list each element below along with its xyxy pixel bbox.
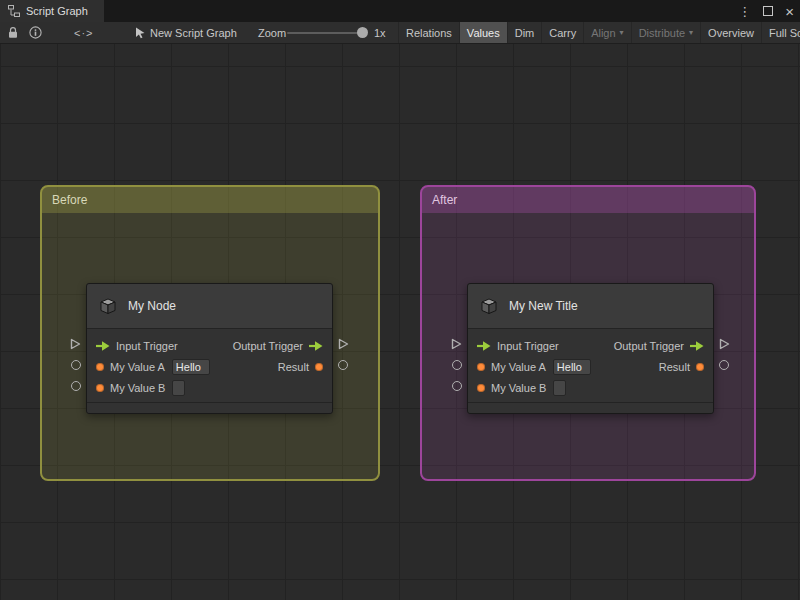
relations-button[interactable]: Relations [398, 22, 459, 43]
trigger-row: Input Trigger Output Trigger [87, 335, 332, 356]
output-trigger-port[interactable] [719, 338, 730, 350]
node-header[interactable]: My Node [87, 284, 332, 329]
flow-in-icon [96, 341, 110, 351]
value-a-row: My Value A Result [468, 356, 713, 377]
dim-button[interactable]: Dim [507, 22, 542, 43]
node-footer [468, 402, 713, 413]
window-menu-button[interactable]: ⋮ [738, 5, 751, 18]
node-body: Input Trigger Output Trigger My Value A [468, 329, 713, 402]
output-trigger-label: Output Trigger [233, 340, 303, 352]
value-a-port[interactable] [71, 360, 81, 370]
result-port[interactable] [719, 360, 729, 370]
zoom-slider[interactable] [287, 32, 365, 34]
node-title: My New Title [509, 299, 578, 313]
result-label: Result [659, 361, 690, 373]
window-controls: ⋮ × [738, 0, 794, 22]
value-b-row: My Value B [87, 377, 332, 398]
value-a-label: My Value A [110, 361, 165, 373]
carry-button[interactable]: Carry [541, 22, 583, 43]
unit-icon [478, 295, 500, 317]
value-a-label: My Value A [491, 361, 546, 373]
graph-toolbar: <·> New Script Graph Zoom 1x Relations V… [0, 22, 800, 44]
distribute-label: Distribute [639, 27, 685, 39]
group-before[interactable]: Before My Node Input Trigger [40, 185, 380, 481]
output-trigger-label: Output Trigger [614, 340, 684, 352]
overview-button[interactable]: Overview [700, 22, 761, 43]
value-b-row: My Value B [468, 377, 713, 398]
value-dot-icon [315, 363, 323, 371]
value-dot-icon [477, 363, 485, 371]
code-view-button[interactable]: <·> [74, 22, 94, 43]
unit-node[interactable]: My Node Input Trigger Output Trigger [86, 283, 333, 414]
group-after-header[interactable]: After [422, 187, 754, 213]
value-dot-icon [696, 363, 704, 371]
node-header[interactable]: My New Title [468, 284, 713, 329]
result-port[interactable] [338, 360, 348, 370]
value-dot-icon [96, 363, 104, 371]
node-before[interactable]: My Node Input Trigger Output Trigger [86, 283, 333, 414]
group-after-label: After [432, 193, 457, 207]
info-icon [29, 26, 42, 39]
result-label: Result [278, 361, 309, 373]
value-a-input[interactable] [172, 359, 210, 375]
unit-node[interactable]: My New Title Input Trigger Output Trigge… [467, 283, 714, 414]
maximize-button[interactable] [763, 6, 773, 16]
chevron-down-icon: ▾ [689, 28, 693, 37]
input-trigger-port[interactable] [451, 338, 462, 350]
zoom-label: Zoom [258, 22, 286, 43]
output-trigger-port[interactable] [338, 338, 349, 350]
input-trigger-port[interactable] [70, 338, 81, 350]
node-body: Input Trigger Output Trigger My Value A [87, 329, 332, 402]
value-b-input[interactable] [553, 380, 566, 396]
close-button[interactable]: × [785, 4, 794, 19]
node-title: My Node [128, 299, 176, 313]
graph-name-breadcrumb[interactable]: New Script Graph [150, 22, 237, 43]
info-button[interactable] [29, 22, 42, 43]
node-after[interactable]: My New Title Input Trigger Output Trigge… [467, 283, 714, 414]
value-b-label: My Value B [110, 382, 165, 394]
input-trigger-label: Input Trigger [116, 340, 178, 352]
script-graph-icon [8, 5, 20, 17]
lock-icon [7, 26, 19, 39]
trigger-row: Input Trigger Output Trigger [468, 335, 713, 356]
toolbar-buttons: Relations Values Dim Carry Align ▾ Distr… [398, 22, 800, 43]
flow-out-icon [690, 341, 704, 351]
unit-icon [97, 295, 119, 317]
group-after[interactable]: After My New Title Input Trigge [420, 185, 756, 481]
align-label: Align [591, 27, 615, 39]
flow-in-icon [477, 341, 491, 351]
tab-bar: Script Graph ⋮ × [0, 0, 800, 22]
value-a-port[interactable] [452, 360, 462, 370]
distribute-dropdown[interactable]: Distribute ▾ [631, 22, 700, 43]
value-dot-icon [96, 384, 104, 392]
tab-script-graph[interactable]: Script Graph [0, 0, 104, 22]
input-trigger-label: Input Trigger [497, 340, 559, 352]
unity-script-graph-window: { "window": { "tab_title": "Script Graph… [0, 0, 800, 600]
value-b-port[interactable] [71, 381, 81, 391]
zoom-slider-handle[interactable] [357, 27, 368, 38]
value-a-input[interactable] [553, 359, 591, 375]
lock-button[interactable] [7, 22, 19, 43]
node-footer [87, 402, 332, 413]
graph-pointer-icon [135, 22, 146, 43]
fullscreen-button[interactable]: Full Screen [761, 22, 800, 43]
zoom-value: 1x [374, 22, 386, 43]
value-b-port[interactable] [452, 381, 462, 391]
flow-out-icon [309, 341, 323, 351]
chevron-down-icon: ▾ [620, 28, 624, 37]
value-dot-icon [477, 384, 485, 392]
value-a-row: My Value A Result [87, 356, 332, 377]
value-b-label: My Value B [491, 382, 546, 394]
values-button[interactable]: Values [459, 22, 507, 43]
graph-canvas[interactable]: Before My Node Input Trigger [0, 44, 800, 600]
align-dropdown[interactable]: Align ▾ [583, 22, 630, 43]
group-before-label: Before [52, 193, 87, 207]
value-b-input[interactable] [172, 380, 185, 396]
tab-label: Script Graph [26, 5, 88, 17]
code-icon: <·> [74, 27, 94, 39]
group-before-header[interactable]: Before [42, 187, 378, 213]
